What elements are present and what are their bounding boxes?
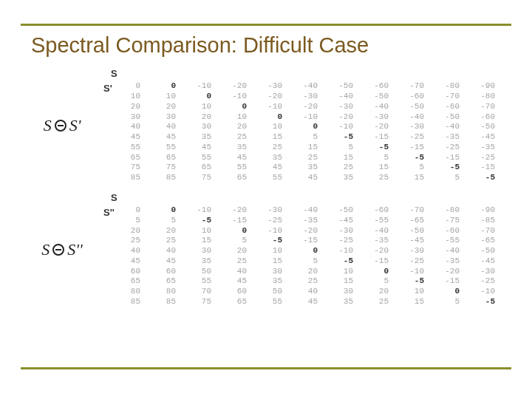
row-header: 45 — [124, 256, 145, 267]
cell: -40 — [358, 226, 393, 236]
cell: 0 — [145, 205, 180, 216]
table-row: 00-10-20-30-40-50-60-70-80-90 — [124, 205, 499, 216]
cell: 10 — [180, 226, 216, 236]
cell: 35 — [322, 173, 358, 183]
table-row: 75756555453525155-5-15 — [124, 163, 499, 173]
cell: -80 — [429, 205, 464, 216]
cell: -10 — [180, 205, 216, 216]
cell: 25 — [251, 143, 287, 153]
cell: 5 — [287, 132, 322, 143]
cell: -50 — [464, 122, 499, 132]
matrix-label-1: S S' — [25, 116, 99, 135]
cell: 25 — [322, 163, 358, 173]
table-1-wrap: S S' 00-10-20-30-40-50-60-70-80-9010100-… — [99, 68, 499, 183]
table-row: 5555453525155-5-15-25-35 — [124, 143, 499, 153]
cell: -50 — [322, 81, 358, 92]
cell: -20 — [216, 81, 251, 92]
row-header: 80 — [124, 287, 145, 297]
cell: 35 — [251, 276, 287, 287]
table-row: 00-10-20-30-40-50-60-70-80-90 — [124, 81, 499, 92]
cell: 10 — [180, 102, 216, 112]
cell: -25 — [464, 153, 499, 163]
cell: 45 — [287, 173, 322, 183]
cell: 5 — [393, 163, 429, 173]
cell: 25 — [287, 153, 322, 163]
axis-left-1: S' — [103, 81, 124, 183]
cell: -10 — [180, 81, 216, 92]
cell: 25 — [145, 236, 180, 246]
row-header: 65 — [124, 276, 145, 287]
cell: 5 — [287, 256, 322, 267]
cell: -10 — [464, 287, 499, 297]
cell: -35 — [429, 256, 464, 267]
cell: 20 — [145, 226, 180, 236]
cell: 15 — [251, 132, 287, 143]
cell: 45 — [251, 163, 287, 173]
cell: -45 — [322, 216, 358, 226]
cell: -10 — [393, 267, 429, 277]
cell: -20 — [287, 226, 322, 236]
row-header: 30 — [124, 112, 145, 123]
cell: -5 — [393, 276, 429, 287]
top-rule — [21, 24, 511, 26]
cell: 45 — [216, 276, 251, 287]
cell: 5 — [358, 153, 393, 163]
cell: 55 — [251, 173, 287, 183]
cell: -15 — [358, 256, 393, 267]
table-row: 2525155-5-15-25-35-45-55-65 — [124, 236, 499, 246]
cell: -30 — [251, 205, 287, 216]
cell: -60 — [358, 205, 393, 216]
row-header: 40 — [124, 122, 145, 132]
cell: -80 — [429, 81, 464, 92]
table-row: 606050403020100-10-20-30 — [124, 267, 499, 277]
row-header: 45 — [124, 132, 145, 143]
cell: -25 — [464, 276, 499, 287]
cell: -5 — [464, 297, 499, 307]
cell: -50 — [464, 246, 499, 256]
cell: 20 — [145, 102, 180, 112]
table-row: 8585756555453525155-5 — [124, 297, 499, 307]
cell: -45 — [464, 132, 499, 143]
cell: -50 — [393, 226, 429, 236]
cell: 10 — [251, 246, 287, 256]
table-row: 45453525155-5-15-25-35-45 — [124, 132, 499, 143]
cell: 15 — [180, 236, 216, 246]
cell: 35 — [251, 153, 287, 163]
cell: 35 — [180, 132, 216, 143]
cell: 15 — [358, 163, 393, 173]
cell: -40 — [322, 92, 358, 102]
axis-top-2: S — [103, 192, 499, 204]
cell: -40 — [287, 81, 322, 92]
cell: 15 — [251, 256, 287, 267]
cell: -30 — [358, 112, 393, 123]
cell: 45 — [145, 256, 180, 267]
cell: -65 — [464, 236, 499, 246]
cell: 25 — [216, 132, 251, 143]
cell: 0 — [216, 102, 251, 112]
cell: -65 — [393, 216, 429, 226]
cell: -10 — [251, 226, 287, 236]
table-row: 303020100-10-20-30-40-50-60 — [124, 112, 499, 123]
cell: -15 — [429, 276, 464, 287]
cell: 65 — [145, 276, 180, 287]
cell: 5 — [429, 173, 464, 183]
cell: 15 — [287, 143, 322, 153]
cell: 20 — [180, 112, 216, 123]
cell: 20 — [358, 287, 393, 297]
cell: 35 — [287, 163, 322, 173]
cell: 10 — [216, 112, 251, 123]
cell: -60 — [429, 226, 464, 236]
cell: -25 — [393, 256, 429, 267]
cell: -5 — [322, 256, 358, 267]
row-header: 10 — [124, 92, 145, 102]
cell: 25 — [358, 173, 393, 183]
cell: -35 — [358, 236, 393, 246]
cell: -25 — [251, 216, 287, 226]
cell: -15 — [464, 163, 499, 173]
row-header: 25 — [124, 236, 145, 246]
table-row: 8585756555453525155-5 — [124, 173, 499, 183]
cell: -85 — [464, 216, 499, 226]
cell: 40 — [145, 122, 180, 132]
cell: 0 — [251, 112, 287, 123]
row-header: 60 — [124, 267, 145, 277]
